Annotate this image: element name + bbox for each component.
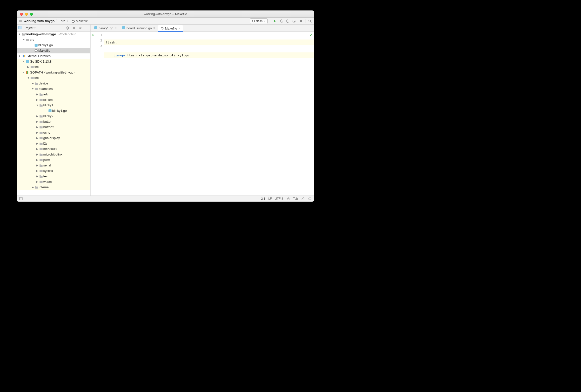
tree-node-button2[interactable]: ▶button2 [17,124,90,130]
library-icon [22,55,24,57]
ide-window: working-with-tinygo – Makefile working-w… [17,10,314,202]
debug-button[interactable] [279,19,283,23]
titlebar: working-with-tinygo – Makefile [17,11,314,18]
status-indent[interactable]: Tab [293,197,298,200]
close-window-button[interactable] [20,13,23,16]
status-encoding[interactable]: UTF-8 [275,197,283,200]
svg-rect-5 [19,26,20,27]
status-notifications-icon[interactable] [308,197,312,201]
editor-area: blinky1.go × board_arduino.go × Makefile… [90,24,314,196]
project-panel-header[interactable]: Project ▾ ▾ [17,24,90,31]
readonly-lock-icon[interactable] [286,197,290,201]
tree-file-examples-blinky1-go[interactable]: ▶blinky1.go [17,108,90,114]
status-caret-position[interactable]: 2:1 [261,197,266,200]
minimize-window-button[interactable] [25,13,28,16]
go-sdk-icon [26,60,29,63]
expand-all-button[interactable] [72,26,76,30]
tree-node-blinky2[interactable]: ▶blinky2 [17,114,90,119]
tree-node-external-libraries[interactable]: ▼ External Libraries [17,53,90,59]
svg-rect-4 [18,26,22,29]
svg-point-8 [80,27,80,28]
tree-node-i2s[interactable]: ▶i2s [17,141,90,146]
editor-body[interactable]: 1▶ 2 3 flash: tinygo flash -target=ardui… [90,31,314,196]
settings-button[interactable]: ▾ [78,26,82,30]
inspection-ok-icon[interactable]: ✔ [310,33,312,37]
tree-node-wasm[interactable]: ▶wasm [17,179,90,185]
project-view-icon [18,26,22,30]
main-area: Project ▾ ▾ [17,24,314,196]
window-title: working-with-tinygo – Makefile [17,12,314,16]
tree-node-blinky1[interactable]: ▼blinky1 [17,103,90,108]
tree-node-blinkm[interactable]: ▶blinkm [17,97,90,103]
tree-node-src[interactable]: ▼ src [17,37,90,42]
tab-board-arduino[interactable]: board_arduino.go × [120,24,158,31]
gutter-run-icon[interactable]: ▶ [92,33,94,36]
tree-node-systick[interactable]: ▶systick [17,168,90,174]
svg-rect-2 [300,20,302,22]
chevron-down-icon: ▾ [34,26,36,29]
status-inspection-icon[interactable] [301,197,305,201]
separator [270,19,270,23]
svg-rect-10 [20,197,20,200]
tree-node-serial[interactable]: ▶serial [17,163,90,168]
tree-node-gopath[interactable]: ▼ GOPATH <working-with-tinygo> [17,70,90,75]
tree-node-internal[interactable]: ▶internal [17,185,90,190]
breadcrumb-root[interactable]: working-with-tinygo [24,19,54,23]
tree-node-mcp3008[interactable]: ▶mcp3008 [17,146,90,152]
tree-node-button[interactable]: ▶button [17,119,90,124]
profile-button[interactable]: ▾ [292,19,296,23]
tree-node-gba-display[interactable]: ▶gba-display [17,135,90,141]
tree-node-gopath-src[interactable]: ▼ src [17,75,90,81]
project-view-label: Project ▾ [24,26,36,30]
close-tab-icon[interactable]: × [115,26,117,30]
tree-node-pwm[interactable]: ▶pwm [17,157,90,163]
code-line[interactable]: tinygo flash -target=arduino blinky1.go [104,52,314,58]
navbar: working-with-tinygo 〉 src 〉 Makefile fla… [17,18,314,24]
code-line[interactable]: flash: [104,39,314,45]
svg-point-0 [280,20,282,22]
tree-node-echo[interactable]: ▶echo [17,130,90,135]
makefile-icon [161,27,164,30]
tree-node-examples[interactable]: ▼ examples [17,86,90,92]
makefile-icon [34,49,38,52]
status-line-ending[interactable]: LF [268,197,272,200]
close-tab-icon[interactable]: × [153,26,155,30]
svg-rect-14 [309,198,311,200]
code-area[interactable]: flash: tinygo flash -target=arduino blin… [104,31,314,196]
tool-window-button[interactable] [19,197,23,201]
locate-file-button[interactable] [66,26,70,30]
chevron-down-icon: ▾ [264,20,266,22]
go-file-icon [122,26,125,29]
tree-node-go-sdk-src[interactable]: ▶ src [17,64,90,70]
go-file-icon [34,44,38,47]
tree-node-adc[interactable]: ▶adc [17,92,90,97]
editor-tab-bar: blinky1.go × board_arduino.go × Makefile… [90,24,314,31]
tree-node-project-root[interactable]: ▼ working-with-tinygo ~/GolandPro [17,31,90,37]
breadcrumb-file[interactable]: Makefile [76,19,88,23]
run-button[interactable] [273,19,277,23]
close-tab-icon[interactable]: × [178,26,180,30]
window-controls [20,13,33,16]
tree-node-device[interactable]: ▶ device [17,81,90,86]
project-tree[interactable]: ▼ working-with-tinygo ~/GolandPro ▼ src … [17,31,90,196]
tab-makefile[interactable]: Makefile × [158,25,183,31]
run-configuration-selector[interactable]: flash ▾ [250,18,268,24]
stop-button[interactable] [299,19,303,23]
zoom-window-button[interactable] [30,13,33,16]
tree-file-makefile[interactable]: ▶ Makefile [17,48,90,53]
editor-gutter[interactable]: 1▶ 2 3 [90,31,104,196]
tree-node-go-sdk[interactable]: ▼ Go SDK 1.13.8 [17,59,90,64]
project-tool-window: Project ▾ ▾ [17,24,90,196]
search-everywhere-button[interactable] [308,19,312,23]
svg-point-3 [309,20,311,22]
code-line[interactable] [104,65,314,71]
library-icon [26,71,29,74]
breadcrumb-src[interactable]: src [61,19,65,23]
tree-node-test[interactable]: ▶test [17,174,90,179]
tree-file-blinky1[interactable]: ▶ blinky1.go [17,42,90,48]
status-bar: 2:1 LF UTF-8 Tab [17,196,314,201]
tab-blinky1[interactable]: blinky1.go × [92,24,120,31]
hide-panel-button[interactable] [85,26,89,30]
coverage-button[interactable] [286,19,290,23]
tree-node-microbit-blink[interactable]: ▶microbit-blink [17,152,90,157]
